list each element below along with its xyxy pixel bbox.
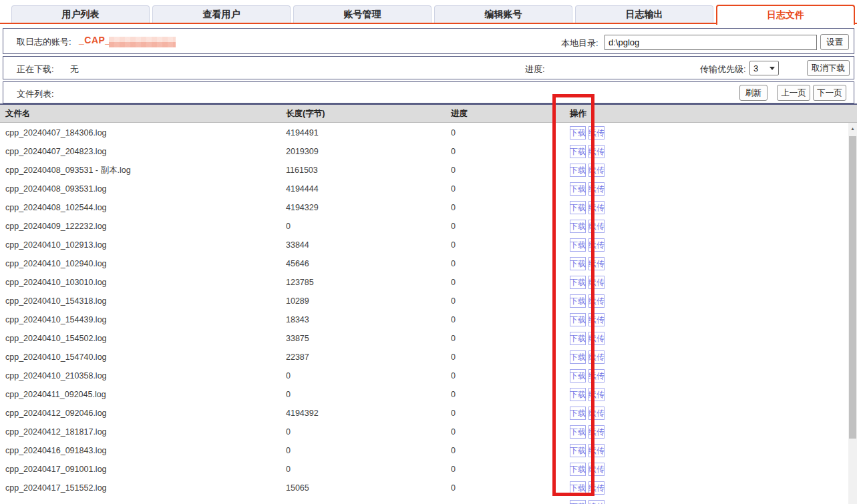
local-dir-input[interactable]: [605, 35, 817, 50]
cell-actions: 下载 续传: [568, 145, 857, 158]
download-button[interactable]: 下载: [570, 182, 586, 196]
cell-filename: cpp_20240410_210358.log: [0, 371, 286, 381]
resume-button[interactable]: 续传: [588, 332, 605, 345]
download-button[interactable]: 下载: [570, 500, 586, 504]
table-row: cpp_20240409_122232.log 0 0 下载 续传: [0, 217, 857, 236]
table-row: 下载 续传: [0, 497, 857, 504]
cell-progress: 0: [451, 390, 568, 399]
download-button[interactable]: 下载: [570, 369, 586, 383]
download-button[interactable]: 下载: [570, 294, 586, 308]
resume-button[interactable]: 续传: [588, 126, 605, 140]
cell-filename: cpp_20240407_204823.log: [0, 147, 286, 156]
next-page-button[interactable]: 下一页: [813, 85, 846, 101]
download-button[interactable]: 下载: [570, 126, 586, 140]
download-button[interactable]: 下载: [570, 332, 586, 345]
resume-button[interactable]: 续传: [588, 350, 605, 364]
download-button[interactable]: 下载: [570, 313, 586, 326]
resume-button[interactable]: 续传: [588, 182, 605, 196]
resume-button[interactable]: 续传: [588, 201, 605, 214]
resume-button[interactable]: 续传: [588, 500, 605, 504]
resume-button[interactable]: 续传: [588, 444, 605, 457]
table-row: cpp_20240410_154318.log 10289 0 下载 续传: [0, 292, 857, 310]
resume-button[interactable]: 续传: [588, 463, 605, 476]
cell-actions: 下载 续传: [568, 294, 857, 308]
table-row: cpp_20240410_154439.log 18343 0 下载 续传: [0, 310, 857, 329]
table-row: cpp_20240416_091843.log 0 0 下载 续传: [0, 441, 857, 460]
cell-size: 45646: [286, 259, 451, 268]
cell-actions: 下载 续传: [568, 500, 857, 504]
tab-user-list[interactable]: 用户列表: [11, 5, 150, 23]
download-button[interactable]: 下载: [570, 388, 586, 401]
tab-account-mgmt[interactable]: 账号管理: [293, 5, 432, 23]
resume-button[interactable]: 续传: [588, 313, 605, 326]
tab-log-files[interactable]: 日志文件: [716, 5, 855, 25]
resume-button[interactable]: 续传: [588, 481, 605, 495]
header-progress: 进度: [451, 108, 568, 119]
download-button[interactable]: 下载: [570, 407, 586, 420]
resume-button[interactable]: 续传: [588, 220, 605, 233]
refresh-button[interactable]: 刷新: [739, 85, 767, 101]
filelist-label: 文件列表:: [17, 88, 54, 100]
resume-button[interactable]: 续传: [588, 257, 605, 270]
cell-size: 10289: [286, 296, 451, 306]
redacted-account-mosaic: [109, 37, 176, 47]
scroll-up-arrow-icon[interactable]: ▲: [848, 123, 857, 134]
cell-size: 18343: [286, 315, 451, 324]
header-actions: 操作: [568, 108, 857, 119]
cell-progress: 0: [451, 371, 568, 381]
cell-progress: 0: [451, 465, 568, 474]
cell-size: 33844: [286, 240, 451, 250]
resume-button[interactable]: 续传: [588, 407, 605, 420]
download-button[interactable]: 下载: [570, 444, 586, 457]
vertical-scrollbar[interactable]: ▲: [848, 123, 857, 504]
cell-actions: 下载 续传: [568, 126, 857, 140]
table-row: cpp_20240410_210358.log 0 0 下载 续传: [0, 366, 857, 385]
tab-edit-account[interactable]: 编辑账号: [434, 5, 572, 23]
table-row: cpp_20240411_092045.log 0 0 下载 续传: [0, 385, 857, 404]
cell-progress: 0: [451, 203, 568, 212]
tab-log-output[interactable]: 日志输出: [575, 5, 713, 23]
header-size: 长度(字节): [286, 108, 451, 119]
cell-progress: 0: [451, 259, 568, 268]
resume-button[interactable]: 续传: [588, 388, 605, 401]
cell-actions: 下载 续传: [568, 388, 857, 401]
table-row: cpp_20240410_154502.log 33875 0 下载 续传: [0, 329, 857, 348]
table-row: cpp_20240407_184306.log 4194491 0 下载 续传: [0, 123, 857, 142]
prev-page-button[interactable]: 上一页: [777, 85, 810, 101]
resume-button[interactable]: 续传: [588, 238, 605, 252]
priority-select[interactable]: 3: [749, 61, 779, 75]
set-button[interactable]: 设置: [820, 34, 849, 50]
download-button[interactable]: 下载: [570, 350, 586, 364]
download-button[interactable]: 下载: [570, 481, 586, 495]
cell-filename: cpp_20240412_181817.log: [0, 427, 286, 437]
download-button[interactable]: 下载: [570, 220, 586, 233]
cell-progress: 0: [451, 427, 568, 437]
resume-button[interactable]: 续传: [588, 425, 605, 439]
local-dir-label: 本地目录:: [561, 37, 598, 49]
cell-progress: 0: [451, 147, 568, 156]
cancel-download-button[interactable]: 取消下载: [807, 60, 850, 76]
resume-button[interactable]: 续传: [588, 369, 605, 383]
table-row: cpp_20240410_154740.log 22387 0 下载 续传: [0, 348, 857, 366]
cell-size: 0: [286, 427, 451, 437]
resume-button[interactable]: 续传: [588, 145, 605, 158]
cell-filename: cpp_20240417_151552.log: [0, 483, 286, 493]
download-button[interactable]: 下载: [570, 257, 586, 270]
download-button[interactable]: 下载: [570, 425, 586, 439]
resume-button[interactable]: 续传: [588, 294, 605, 308]
cell-actions: 下载 续传: [568, 463, 857, 476]
download-button[interactable]: 下载: [570, 164, 586, 177]
cell-size: 22387: [286, 352, 451, 362]
scrollbar-thumb[interactable]: [849, 136, 856, 439]
resume-button[interactable]: 续传: [588, 276, 605, 289]
resume-button[interactable]: 续传: [588, 164, 605, 177]
download-button[interactable]: 下载: [570, 463, 586, 476]
chevron-down-icon: [769, 67, 775, 70]
download-button[interactable]: 下载: [570, 201, 586, 214]
cell-size: 0: [286, 465, 451, 474]
download-button[interactable]: 下载: [570, 238, 586, 252]
download-button[interactable]: 下载: [570, 276, 586, 289]
tab-view-user[interactable]: 查看用户: [152, 5, 291, 23]
cell-size: 15065: [286, 483, 451, 493]
download-button[interactable]: 下载: [570, 145, 586, 158]
